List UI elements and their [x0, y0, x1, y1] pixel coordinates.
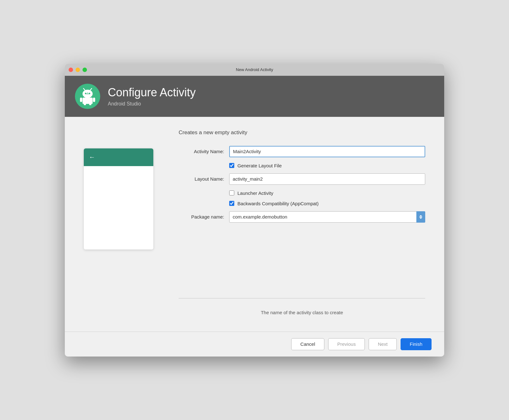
window-controls: [69, 68, 87, 72]
page-subtitle: Android Studio: [108, 101, 196, 107]
previous-button[interactable]: Previous: [328, 338, 365, 350]
generate-layout-group: Generate Layout File: [229, 163, 425, 168]
generate-layout-checkbox[interactable]: [229, 163, 234, 168]
svg-point-3: [85, 93, 87, 94]
phone-preview: ←: [84, 148, 153, 249]
svg-rect-5: [83, 98, 93, 104]
layout-name-label: Layout Name:: [179, 176, 229, 182]
launcher-activity-label[interactable]: Launcher Activity: [237, 190, 273, 196]
phone-body: [84, 166, 153, 249]
header-text: Configure Activity Android Studio: [108, 86, 196, 107]
phone-header: ←: [84, 148, 153, 166]
titlebar: New Android Activity: [65, 64, 444, 76]
generate-layout-label[interactable]: Generate Layout File: [237, 163, 282, 168]
svg-rect-9: [89, 104, 91, 105]
launcher-activity-group: Launcher Activity: [229, 190, 425, 196]
activity-name-label: Activity Name:: [179, 149, 229, 154]
main-window: New Android Activity: [65, 64, 444, 357]
backwards-compat-group: Backwards Compatibility (AppCompat): [229, 201, 425, 206]
footer: Cancel Previous Next Finish: [65, 332, 444, 357]
package-name-group: Package name: com.example.demobutton: [179, 211, 425, 223]
activity-name-input[interactable]: [229, 146, 425, 157]
window-title: New Android Activity: [236, 67, 273, 72]
backwards-compat-label[interactable]: Backwards Compatibility (AppCompat): [237, 201, 319, 206]
page-title: Configure Activity: [108, 86, 196, 99]
hint-text: The name of the activity class to create: [179, 306, 425, 319]
svg-point-4: [89, 93, 90, 94]
android-studio-logo: [75, 84, 100, 109]
finish-button[interactable]: Finish: [401, 338, 432, 350]
package-name-label: Package name:: [179, 214, 229, 219]
svg-rect-6: [80, 98, 82, 102]
layout-name-input[interactable]: [229, 173, 425, 185]
package-name-select-wrapper: com.example.demobutton: [229, 211, 425, 223]
svg-rect-7: [93, 98, 95, 102]
svg-line-1: [83, 88, 85, 90]
backwards-compat-checkbox[interactable]: [229, 201, 234, 206]
cancel-button[interactable]: Cancel: [291, 338, 324, 350]
preview-panel: ←: [84, 129, 160, 319]
svg-line-2: [90, 88, 92, 90]
svg-rect-8: [84, 104, 86, 105]
back-arrow-icon: ←: [89, 153, 95, 161]
package-name-select[interactable]: com.example.demobutton: [229, 211, 425, 223]
header: Configure Activity Android Studio: [65, 76, 444, 117]
layout-name-group: Layout Name:: [179, 173, 425, 185]
divider: [179, 298, 425, 298]
form-description: Creates a new empty activity: [179, 129, 425, 136]
spacer: [179, 228, 425, 291]
maximize-button[interactable]: [83, 68, 87, 72]
minimize-button[interactable]: [76, 68, 80, 72]
launcher-activity-checkbox[interactable]: [229, 190, 234, 195]
form-panel: Creates a new empty activity Activity Na…: [179, 129, 425, 319]
next-button[interactable]: Next: [369, 338, 397, 350]
close-button[interactable]: [69, 68, 73, 72]
content-area: ← Creates a new empty activity Activity …: [65, 117, 444, 332]
activity-name-group: Activity Name:: [179, 146, 425, 157]
android-icon: [79, 87, 96, 105]
